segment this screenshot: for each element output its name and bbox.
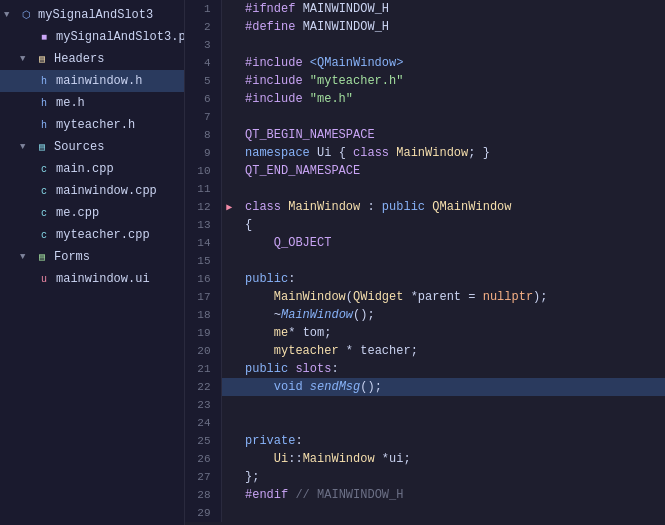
line-code[interactable]: ~MainWindow();: [237, 306, 665, 324]
me-cpp-label: me.cpp: [56, 206, 180, 220]
table-row: 3: [185, 36, 665, 54]
line-number: 8: [185, 126, 221, 144]
line-arrow: [221, 378, 237, 396]
table-row: 11: [185, 180, 665, 198]
line-number: 10: [185, 162, 221, 180]
line-code[interactable]: class MainWindow : public QMainWindow: [237, 198, 665, 216]
h-file-icon: h: [36, 73, 52, 89]
line-code[interactable]: [237, 414, 665, 432]
mainwindow-ui-file[interactable]: u mainwindow.ui: [0, 268, 184, 290]
sources-group[interactable]: ▼ ▤ Sources: [0, 136, 184, 158]
chevron-down-icon: ▼: [20, 54, 32, 64]
line-number: 22: [185, 378, 221, 396]
chevron-down-icon: ▼: [20, 142, 32, 152]
forms-group[interactable]: ▼ ▤ Forms: [0, 246, 184, 268]
line-arrow: [221, 144, 237, 162]
line-code[interactable]: [237, 504, 665, 522]
line-number: 14: [185, 234, 221, 252]
me-h-file[interactable]: h me.h: [0, 92, 184, 114]
line-number: 3: [185, 36, 221, 54]
file-tree[interactable]: ▼ ⬡ mySignalAndSlot3 ■ mySignalAndSlot3.…: [0, 0, 185, 525]
line-code[interactable]: void sendMsg();: [237, 378, 665, 396]
forms-folder-icon: ▤: [34, 249, 50, 265]
table-row: 8QT_BEGIN_NAMESPACE: [185, 126, 665, 144]
line-number: 9: [185, 144, 221, 162]
line-arrow: [221, 0, 237, 18]
line-arrow: [221, 396, 237, 414]
pro-file-icon: ■: [36, 29, 52, 45]
main-cpp-file[interactable]: c main.cpp: [0, 158, 184, 180]
table-row: 5#include "myteacher.h": [185, 72, 665, 90]
mainwindow-ui-label: mainwindow.ui: [56, 272, 180, 286]
line-arrow: [221, 252, 237, 270]
line-number: 13: [185, 216, 221, 234]
code-editor[interactable]: 1#ifndef MAINWINDOW_H2#define MAINWINDOW…: [185, 0, 665, 525]
mainwindow-h-file[interactable]: h mainwindow.h: [0, 70, 184, 92]
line-arrow: [221, 486, 237, 504]
line-code[interactable]: myteacher * teacher;: [237, 342, 665, 360]
table-row: 17 MainWindow(QWidget *parent = nullptr)…: [185, 288, 665, 306]
line-code[interactable]: private:: [237, 432, 665, 450]
line-number: 1: [185, 0, 221, 18]
line-arrow: [221, 216, 237, 234]
line-number: 20: [185, 342, 221, 360]
table-row: 18 ~MainWindow();: [185, 306, 665, 324]
cpp-file-icon: c: [36, 183, 52, 199]
line-number: 27: [185, 468, 221, 486]
line-code[interactable]: #include "myteacher.h": [237, 72, 665, 90]
headers-group-label: Headers: [54, 52, 180, 66]
table-row: 1#ifndef MAINWINDOW_H: [185, 0, 665, 18]
line-code[interactable]: #include "me.h": [237, 90, 665, 108]
headers-group[interactable]: ▼ ▤ Headers: [0, 48, 184, 70]
line-code[interactable]: public slots:: [237, 360, 665, 378]
line-code[interactable]: [237, 252, 665, 270]
line-code[interactable]: #define MAINWINDOW_H: [237, 18, 665, 36]
ui-file-icon: u: [36, 271, 52, 287]
line-code[interactable]: public:: [237, 270, 665, 288]
table-row: 23: [185, 396, 665, 414]
line-code[interactable]: QT_END_NAMESPACE: [237, 162, 665, 180]
table-row: 13{: [185, 216, 665, 234]
line-number: 21: [185, 360, 221, 378]
line-number: 25: [185, 432, 221, 450]
line-number: 17: [185, 288, 221, 306]
line-code[interactable]: namespace Ui { class MainWindow; }: [237, 144, 665, 162]
line-code[interactable]: {: [237, 216, 665, 234]
table-row: 9namespace Ui { class MainWindow; }: [185, 144, 665, 162]
table-row: 25private:: [185, 432, 665, 450]
myteacher-h-file[interactable]: h myteacher.h: [0, 114, 184, 136]
myteacher-cpp-file[interactable]: c myteacher.cpp: [0, 224, 184, 246]
line-code[interactable]: QT_BEGIN_NAMESPACE: [237, 126, 665, 144]
line-code[interactable]: [237, 108, 665, 126]
line-arrow: [221, 162, 237, 180]
main-cpp-label: main.cpp: [56, 162, 180, 176]
pro-file[interactable]: ■ mySignalAndSlot3.pro: [0, 26, 184, 48]
line-code[interactable]: Ui::MainWindow *ui;: [237, 450, 665, 468]
table-row: 29: [185, 504, 665, 522]
line-code[interactable]: #endif // MAINWINDOW_H: [237, 486, 665, 504]
line-code[interactable]: me* tom;: [237, 324, 665, 342]
cpp-file-icon: c: [36, 227, 52, 243]
me-cpp-file[interactable]: c me.cpp: [0, 202, 184, 224]
line-arrow: [221, 504, 237, 522]
line-code[interactable]: [237, 396, 665, 414]
line-code[interactable]: [237, 180, 665, 198]
line-code[interactable]: };: [237, 468, 665, 486]
line-code[interactable]: [237, 36, 665, 54]
line-arrow: ▶: [221, 198, 237, 216]
line-code[interactable]: #ifndef MAINWINDOW_H: [237, 0, 665, 18]
project-root[interactable]: ▼ ⬡ mySignalAndSlot3: [0, 4, 184, 26]
line-number: 18: [185, 306, 221, 324]
line-number: 5: [185, 72, 221, 90]
line-number: 11: [185, 180, 221, 198]
line-code[interactable]: MainWindow(QWidget *parent = nullptr);: [237, 288, 665, 306]
me-h-label: me.h: [56, 96, 180, 110]
mainwindow-cpp-file[interactable]: c mainwindow.cpp: [0, 180, 184, 202]
table-row: 19 me* tom;: [185, 324, 665, 342]
table-row: 28#endif // MAINWINDOW_H: [185, 486, 665, 504]
line-code[interactable]: #include <QMainWindow>: [237, 54, 665, 72]
line-number: 16: [185, 270, 221, 288]
line-code[interactable]: Q_OBJECT: [237, 234, 665, 252]
myteacher-cpp-label: myteacher.cpp: [56, 228, 180, 242]
chevron-down-icon: ▼: [4, 10, 16, 20]
